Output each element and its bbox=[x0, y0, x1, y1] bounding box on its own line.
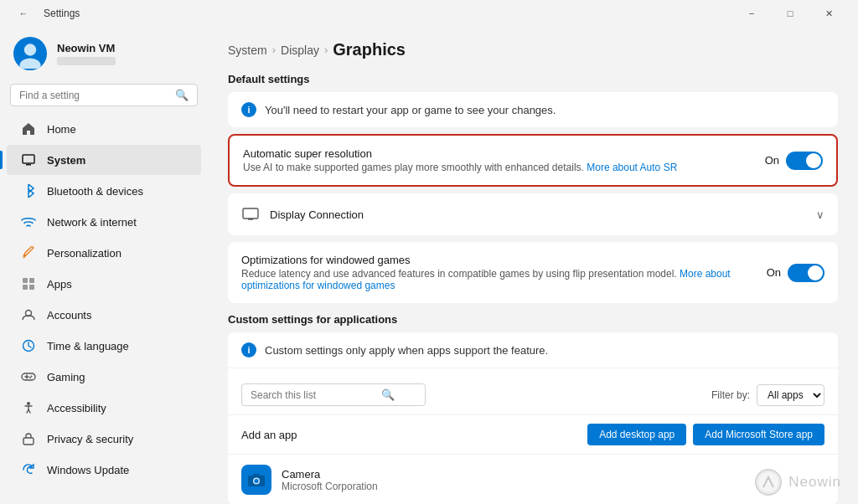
profile-info: Neowin VM bbox=[57, 42, 116, 65]
sidebar-item-accessibility[interactable]: Accessibility bbox=[7, 393, 201, 423]
optimizations-title: Optimizations for windowed games bbox=[241, 254, 757, 266]
apps-icon bbox=[20, 275, 37, 292]
bluetooth-icon bbox=[20, 183, 37, 199]
svg-point-19 bbox=[255, 479, 259, 483]
profile-name: Neowin VM bbox=[57, 42, 116, 54]
auto-sr-card: Automatic super resolution Use AI to mak… bbox=[228, 134, 838, 187]
auto-sr-desc: Use AI to make supported games play more… bbox=[243, 162, 755, 173]
svg-rect-5 bbox=[23, 278, 28, 283]
sidebar-item-gaming[interactable]: Gaming bbox=[7, 362, 201, 392]
app-row-camera: Camera Microsoft Corporation bbox=[228, 454, 838, 504]
list-search-row: 🔍 Filter by: All apps bbox=[228, 375, 838, 414]
default-settings-label: Default settings bbox=[228, 73, 838, 85]
nav-item-container-accounts: Accounts bbox=[0, 300, 208, 330]
svg-point-13 bbox=[29, 377, 31, 378]
display-connection-row[interactable]: Display Connection ∨ bbox=[228, 193, 838, 235]
auto-sr-link[interactable]: More about Auto SR bbox=[587, 162, 677, 173]
privacy-icon bbox=[20, 430, 37, 447]
auto-sr-toggle-label: On bbox=[765, 154, 779, 167]
search-box[interactable]: 🔍 bbox=[10, 84, 198, 106]
display-connection-card: Display Connection ∨ bbox=[228, 193, 838, 235]
add-app-label: Add an app bbox=[241, 429, 581, 441]
accounts-icon bbox=[20, 306, 37, 323]
list-search-icon: 🔍 bbox=[381, 388, 395, 401]
back-button[interactable]: ← bbox=[10, 0, 37, 27]
active-indicator bbox=[0, 151, 3, 169]
home-icon bbox=[20, 121, 37, 137]
auto-sr-row: Automatic super resolution Use AI to mak… bbox=[230, 136, 836, 185]
system-icon bbox=[20, 152, 37, 168]
breadcrumb-sep-1: › bbox=[272, 44, 276, 56]
nav-item-container-gaming: Gaming bbox=[0, 362, 208, 392]
custom-settings-label: Custom settings for applications bbox=[228, 313, 838, 326]
auto-sr-toggle[interactable] bbox=[786, 152, 823, 170]
titlebar-title: Settings bbox=[44, 8, 80, 19]
breadcrumb-display[interactable]: Display bbox=[281, 44, 319, 57]
accessibility-icon bbox=[20, 399, 37, 416]
sidebar-item-update[interactable]: Windows Update bbox=[7, 455, 201, 485]
content-area: System › Display › Graphics Default sett… bbox=[208, 27, 858, 504]
nav-item-container-time: Time & language bbox=[0, 331, 208, 361]
nav-item-container-update: Windows Update bbox=[0, 455, 208, 485]
optimizations-control: On bbox=[767, 264, 824, 282]
add-store-app-button[interactable]: Add Microsoft Store app bbox=[693, 424, 824, 445]
nav-item-container-accessibility: Accessibility bbox=[0, 393, 208, 423]
sidebar-item-home[interactable]: Home bbox=[7, 114, 201, 144]
svg-rect-15 bbox=[23, 438, 34, 445]
sidebar-item-bluetooth[interactable]: Bluetooth & devices bbox=[7, 176, 201, 206]
svg-point-14 bbox=[27, 402, 30, 405]
breadcrumb-sep-2: › bbox=[324, 44, 328, 56]
sidebar: Neowin VM 🔍 Home bbox=[0, 27, 208, 504]
svg-rect-8 bbox=[29, 285, 34, 290]
list-search-box[interactable]: 🔍 bbox=[241, 383, 426, 406]
nav-item-container-network: Network & internet bbox=[0, 207, 208, 237]
camera-app-icon bbox=[241, 465, 271, 495]
sidebar-item-time[interactable]: Time & language bbox=[7, 331, 201, 361]
optimizations-card: Optimizations for windowed games Reduce … bbox=[228, 242, 838, 303]
avatar bbox=[13, 37, 47, 70]
display-connection-label: Display Connection bbox=[270, 208, 806, 221]
nav-item-container-privacy: Privacy & security bbox=[0, 424, 208, 454]
sidebar-item-system[interactable]: System bbox=[7, 145, 201, 175]
svg-rect-7 bbox=[23, 285, 28, 290]
filter-select[interactable]: All apps bbox=[757, 384, 824, 406]
sidebar-item-apps[interactable]: Apps bbox=[7, 269, 201, 299]
toggle-thumb bbox=[806, 153, 821, 168]
watermark-text: Neowin bbox=[788, 474, 841, 491]
list-search-input[interactable] bbox=[251, 389, 376, 401]
search-input[interactable] bbox=[19, 90, 168, 101]
svg-rect-3 bbox=[23, 155, 34, 163]
watermark: Neowin bbox=[755, 469, 841, 496]
close-button[interactable]: ✕ bbox=[809, 0, 848, 27]
page-title: Graphics bbox=[333, 40, 406, 59]
nav-item-container-system: System bbox=[0, 145, 208, 175]
camera-app-publisher: Microsoft Corporation bbox=[282, 481, 824, 492]
sidebar-item-personalization[interactable]: Personalization bbox=[7, 238, 201, 268]
auto-sr-control: On bbox=[765, 152, 823, 170]
add-desktop-app-button[interactable]: Add desktop app bbox=[587, 424, 686, 445]
camera-app-info: Camera Microsoft Corporation bbox=[282, 468, 824, 492]
optimizations-row: Optimizations for windowed games Reduce … bbox=[228, 242, 838, 303]
sidebar-item-privacy[interactable]: Privacy & security bbox=[7, 424, 201, 454]
optimizations-toggle[interactable] bbox=[788, 264, 824, 282]
optimizations-toggle-label: On bbox=[767, 266, 781, 279]
add-app-row: Add an app Add desktop app Add Microsoft… bbox=[228, 414, 838, 454]
toggle-thumb-2 bbox=[808, 265, 823, 280]
app-body: Neowin VM 🔍 Home bbox=[0, 27, 858, 504]
personalization-icon bbox=[20, 244, 37, 261]
optimizations-desc: Reduce latency and use advanced features… bbox=[241, 268, 757, 291]
minimize-button[interactable]: − bbox=[732, 0, 771, 27]
sidebar-item-network[interactable]: Network & internet bbox=[7, 207, 201, 237]
nav-item-container-home: Home bbox=[0, 114, 208, 144]
auto-sr-title: Automatic super resolution bbox=[243, 147, 755, 160]
maximize-button[interactable]: □ bbox=[771, 0, 809, 27]
profile-section[interactable]: Neowin VM bbox=[0, 27, 208, 80]
breadcrumb-system[interactable]: System bbox=[228, 44, 267, 57]
update-icon bbox=[20, 461, 37, 478]
titlebar-controls: − □ ✕ bbox=[732, 0, 848, 27]
custom-info-banner: i Custom settings only apply when apps s… bbox=[228, 332, 838, 368]
network-icon bbox=[20, 213, 37, 230]
sidebar-item-accounts[interactable]: Accounts bbox=[7, 300, 201, 330]
info-banner: i You'll need to restart your app or gam… bbox=[228, 92, 838, 127]
search-icon: 🔍 bbox=[175, 89, 189, 101]
